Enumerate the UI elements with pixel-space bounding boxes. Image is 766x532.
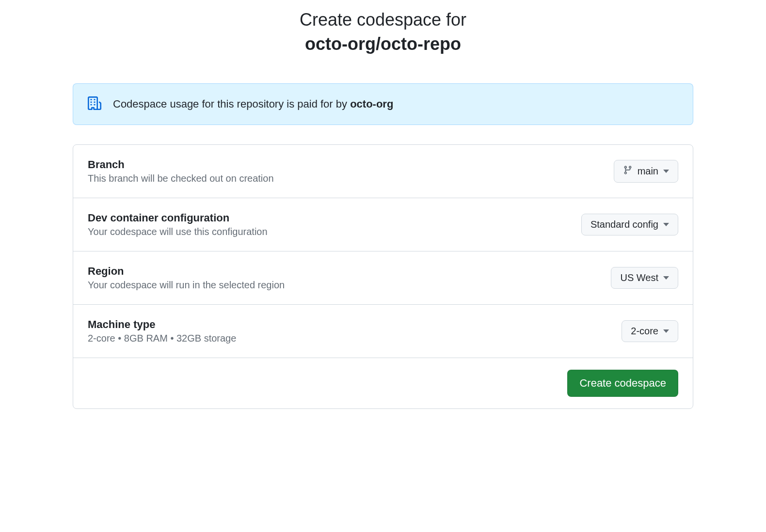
machine-title: Machine type (88, 318, 236, 331)
organization-icon (88, 96, 101, 112)
caret-down-icon (663, 276, 669, 280)
machine-selector[interactable]: 2-core (622, 320, 678, 342)
machine-value: 2-core (631, 326, 658, 337)
git-branch-icon (623, 165, 633, 177)
devcontainer-value: Standard config (590, 219, 658, 230)
caret-down-icon (663, 329, 669, 333)
region-title: Region (88, 265, 285, 278)
caret-down-icon (663, 223, 669, 226)
page-header: Create codespace for octo-org/octo-repo (73, 10, 693, 54)
region-value: US West (620, 272, 658, 283)
machine-row: Machine type 2-core • 8GB RAM • 32GB sto… (73, 305, 693, 358)
devcontainer-title: Dev container configuration (88, 212, 268, 224)
branch-title: Branch (88, 158, 274, 171)
page-title-repo: octo-org/octo-repo (73, 34, 693, 54)
machine-desc: 2-core • 8GB RAM • 32GB storage (88, 333, 236, 344)
devcontainer-row: Dev container configuration Your codespa… (73, 198, 693, 251)
region-row: Region Your codespace will run in the se… (73, 251, 693, 305)
create-codespace-button[interactable]: Create codespace (567, 370, 678, 397)
devcontainer-selector[interactable]: Standard config (581, 214, 678, 235)
options-panel: Branch This branch will be checked out o… (73, 144, 693, 409)
devcontainer-desc: Your codespace will use this configurati… (88, 226, 268, 237)
branch-value: main (638, 166, 658, 177)
billing-payer: octo-org (350, 98, 393, 110)
branch-desc: This branch will be checked out on creat… (88, 173, 274, 184)
billing-text: Codespace usage for this repository is p… (113, 98, 393, 110)
caret-down-icon (663, 170, 669, 173)
region-selector[interactable]: US West (611, 267, 678, 289)
footer-row: Create codespace (73, 358, 693, 408)
branch-row: Branch This branch will be checked out o… (73, 145, 693, 198)
region-desc: Your codespace will run in the selected … (88, 280, 285, 291)
billing-text-prefix: Codespace usage for this repository is p… (113, 98, 350, 110)
branch-selector[interactable]: main (614, 160, 678, 183)
billing-banner: Codespace usage for this repository is p… (73, 83, 693, 125)
page-title-line1: Create codespace for (73, 10, 693, 30)
